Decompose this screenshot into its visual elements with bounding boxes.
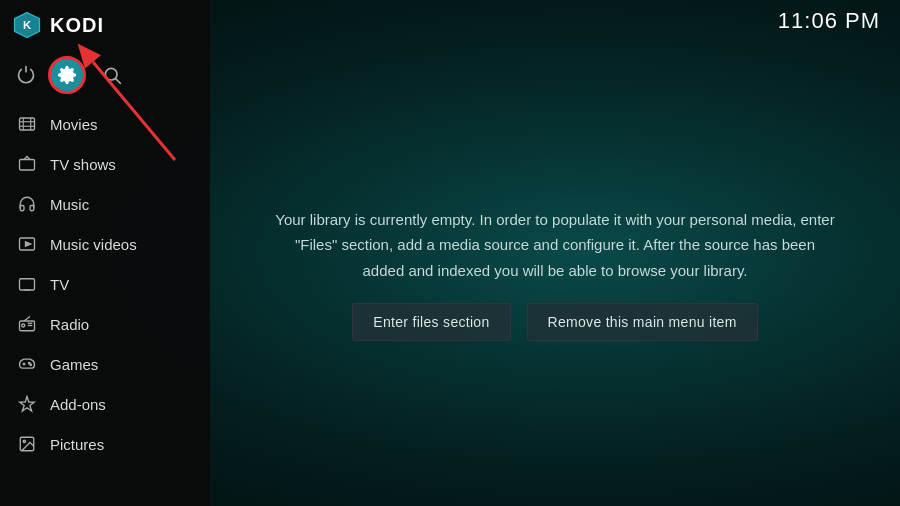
- svg-marker-12: [26, 242, 31, 247]
- movies-icon: [16, 113, 38, 135]
- sidebar-item-musicvideos[interactable]: Music videos: [0, 224, 210, 264]
- svg-rect-13: [20, 279, 35, 290]
- app-title: KODI: [50, 14, 104, 37]
- power-icon[interactable]: [12, 61, 40, 89]
- sidebar-label-musicvideos: Music videos: [50, 236, 137, 253]
- clock-display: 11:06 PM: [778, 8, 880, 34]
- pictures-icon: [16, 433, 38, 455]
- sidebar-item-games[interactable]: Games: [0, 344, 210, 384]
- tv-icon: [16, 273, 38, 295]
- sidebar-item-pictures[interactable]: Pictures: [0, 424, 210, 464]
- sidebar-item-tvshows[interactable]: TV shows: [0, 144, 210, 184]
- enter-files-button[interactable]: Enter files section: [352, 303, 510, 341]
- svg-text:K: K: [23, 19, 32, 31]
- sidebar-icon-row: [0, 50, 210, 104]
- svg-point-16: [22, 324, 25, 327]
- tvshows-icon: [16, 153, 38, 175]
- games-icon: [16, 353, 38, 375]
- sidebar-label-tvshows: TV shows: [50, 156, 116, 173]
- svg-rect-5: [20, 118, 35, 130]
- sidebar-label-movies: Movies: [50, 116, 98, 133]
- addons-icon: [16, 393, 38, 415]
- settings-button[interactable]: [48, 56, 86, 94]
- sidebar-label-radio: Radio: [50, 316, 89, 333]
- sidebar-label-tv: TV: [50, 276, 69, 293]
- remove-menu-item-button[interactable]: Remove this main menu item: [527, 303, 758, 341]
- sidebar-header: K KODI: [0, 0, 210, 50]
- main-content: 11:06 PM Your library is currently empty…: [210, 0, 900, 506]
- svg-point-22: [30, 364, 32, 366]
- nav-list: MoviesTV showsMusicMusic videosTVRadioGa…: [0, 104, 210, 464]
- sidebar-item-radio[interactable]: Radio: [0, 304, 210, 344]
- center-area: Your library is currently empty. In orde…: [210, 42, 900, 506]
- musicvideos-icon: [16, 233, 38, 255]
- sidebar: K KODI MoviesTV showsMusicMusic videosTV…: [0, 0, 210, 506]
- sidebar-item-tv[interactable]: TV: [0, 264, 210, 304]
- library-empty-message: Your library is currently empty. In orde…: [275, 207, 835, 284]
- search-icon[interactable]: [98, 61, 126, 89]
- sidebar-label-addons: Add-ons: [50, 396, 106, 413]
- top-bar: 11:06 PM: [210, 0, 900, 42]
- radio-icon: [16, 313, 38, 335]
- sidebar-label-music: Music: [50, 196, 89, 213]
- sidebar-item-music[interactable]: Music: [0, 184, 210, 224]
- svg-point-24: [23, 440, 25, 442]
- sidebar-label-games: Games: [50, 356, 98, 373]
- music-icon: [16, 193, 38, 215]
- svg-line-4: [116, 79, 121, 84]
- sidebar-item-addons[interactable]: Add-ons: [0, 384, 210, 424]
- sidebar-item-movies[interactable]: Movies: [0, 104, 210, 144]
- kodi-logo-icon: K: [12, 10, 42, 40]
- sidebar-label-pictures: Pictures: [50, 436, 104, 453]
- svg-rect-10: [20, 160, 35, 171]
- action-buttons: Enter files section Remove this main men…: [352, 303, 757, 341]
